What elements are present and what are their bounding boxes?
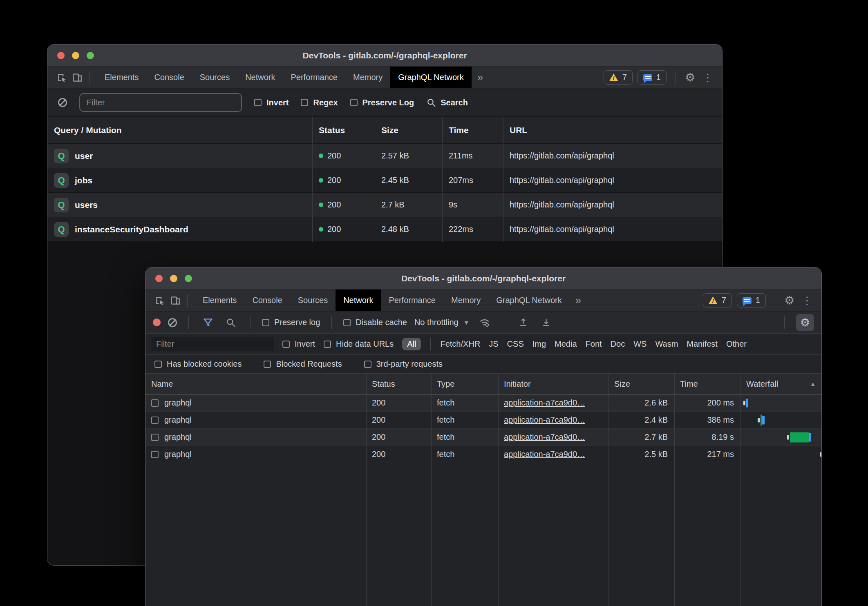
column-divider[interactable] — [674, 374, 675, 606]
warnings-badge[interactable]: 7 — [604, 70, 633, 85]
column-header-name[interactable]: Name — [145, 374, 366, 394]
inspect-element-icon[interactable] — [54, 70, 69, 85]
invert-checkbox[interactable]: Invert — [254, 98, 289, 107]
table-row[interactable]: Q instanceSecurityDashboard 200 2.48 kB … — [47, 217, 722, 242]
close-window-button[interactable] — [57, 52, 65, 59]
device-toolbar-icon[interactable] — [168, 293, 183, 308]
zoom-window-button[interactable] — [185, 275, 192, 282]
column-divider[interactable] — [608, 374, 609, 606]
column-divider[interactable] — [312, 117, 313, 242]
import-har-icon[interactable] — [516, 315, 531, 330]
tab-network[interactable]: Network — [237, 67, 283, 88]
export-har-icon[interactable] — [539, 315, 554, 330]
tab-graphql-network[interactable]: GraphQL Network — [488, 290, 569, 311]
close-window-button[interactable] — [155, 275, 163, 282]
initiator-link[interactable]: application-a7ca9d0… — [504, 415, 585, 425]
network-filter-input[interactable] — [151, 337, 274, 351]
hide-data-urls-checkbox[interactable]: Hide data URLs — [324, 339, 394, 349]
search-button[interactable]: Search — [426, 98, 468, 108]
row-checkbox[interactable] — [151, 451, 159, 458]
preserve-log-checkbox[interactable]: Preserve Log — [350, 98, 414, 107]
column-header-status[interactable]: Status — [366, 374, 431, 394]
filter-type-fetch-xhr[interactable]: Fetch/XHR — [440, 339, 480, 349]
third-party-requests-checkbox[interactable]: 3rd-party requests — [364, 359, 443, 369]
settings-gear-icon[interactable]: ⚙ — [685, 72, 695, 83]
disable-cache-checkbox[interactable]: Disable cache — [343, 318, 407, 327]
row-checkbox[interactable] — [151, 434, 159, 441]
issues-badge[interactable]: 1 — [638, 70, 667, 85]
filter-type-wasm[interactable]: Wasm — [655, 339, 678, 349]
tab-console[interactable]: Console — [146, 67, 192, 88]
filter-input[interactable] — [79, 93, 242, 112]
column-header-type[interactable]: Type — [431, 374, 498, 394]
column-header-time[interactable]: Time — [674, 374, 740, 394]
filter-type-media[interactable]: Media — [555, 339, 577, 349]
regex-checkbox[interactable]: Regex — [301, 98, 338, 107]
initiator-link[interactable]: application-a7ca9d0… — [504, 398, 585, 408]
tab-memory[interactable]: Memory — [443, 290, 488, 311]
clear-network-log-icon[interactable] — [168, 318, 177, 327]
filter-type-img[interactable]: Img — [532, 339, 546, 349]
column-header-initiator[interactable]: Initiator — [498, 374, 608, 394]
device-toolbar-icon[interactable] — [69, 70, 85, 85]
initiator-link[interactable]: application-a7ca9d0… — [504, 450, 585, 459]
table-row[interactable]: Q user 200 2.57 kB 211ms https://gitlab.… — [47, 144, 722, 168]
record-network-log-button[interactable] — [153, 319, 161, 326]
more-tabs-icon[interactable]: » — [472, 71, 489, 84]
issues-badge[interactable]: 1 — [737, 293, 766, 307]
network-conditions-icon[interactable] — [477, 315, 492, 330]
tab-console[interactable]: Console — [244, 290, 290, 311]
column-divider[interactable] — [442, 117, 443, 242]
table-row[interactable]: Q jobs 200 2.45 kB 207ms https://gitlab.… — [47, 168, 722, 193]
filter-type-other[interactable]: Other — [726, 339, 747, 349]
column-divider[interactable] — [366, 374, 367, 606]
invert-checkbox[interactable]: Invert — [282, 339, 315, 349]
tab-elements[interactable]: Elements — [97, 67, 146, 88]
row-checkbox[interactable] — [151, 399, 159, 407]
column-divider[interactable] — [375, 117, 375, 242]
filter-type-font[interactable]: Font — [586, 339, 602, 349]
more-tabs-icon[interactable]: » — [570, 294, 587, 307]
tab-performance[interactable]: Performance — [381, 290, 444, 311]
tab-performance[interactable]: Performance — [283, 67, 346, 88]
zoom-window-button[interactable] — [87, 52, 94, 59]
filter-type-all[interactable]: All — [402, 338, 421, 350]
row-checkbox[interactable] — [151, 417, 159, 424]
tab-sources[interactable]: Sources — [290, 290, 336, 311]
filter-type-ws[interactable]: WS — [633, 339, 647, 349]
throttling-select[interactable]: No throttling ▼ — [414, 318, 470, 327]
more-options-icon[interactable]: ⋮ — [799, 295, 815, 306]
warnings-badge[interactable]: 7 — [703, 293, 732, 307]
filter-type-doc[interactable]: Doc — [611, 339, 625, 349]
initiator-link[interactable]: application-a7ca9d0… — [504, 432, 585, 442]
inspect-element-icon[interactable] — [152, 293, 168, 308]
table-row[interactable]: graphql 200 fetch application-a7ca9d0… 2… — [145, 446, 821, 463]
tab-sources[interactable]: Sources — [192, 67, 237, 88]
table-row[interactable]: graphql 200 fetch application-a7ca9d0… 2… — [145, 429, 821, 446]
table-row[interactable]: Q users 200 2.7 kB 9s https://gitlab.com… — [47, 193, 722, 217]
column-header-waterfall[interactable]: Waterfall ▲ — [740, 374, 821, 394]
more-options-icon[interactable]: ⋮ — [700, 72, 716, 83]
column-divider[interactable] — [740, 374, 741, 606]
tab-graphql-network[interactable]: GraphQL Network — [390, 67, 471, 88]
tab-network[interactable]: Network — [336, 290, 381, 311]
tab-elements[interactable]: Elements — [195, 290, 244, 311]
network-settings-gear-icon[interactable]: ⚙ — [796, 314, 814, 331]
preserve-log-checkbox[interactable]: Preserve log — [262, 318, 320, 327]
minimize-window-button[interactable] — [170, 275, 177, 282]
column-header-size[interactable]: Size — [608, 374, 674, 394]
column-divider[interactable] — [503, 117, 503, 242]
minimize-window-button[interactable] — [72, 52, 79, 59]
filter-type-js[interactable]: JS — [489, 339, 498, 349]
filter-type-css[interactable]: CSS — [507, 339, 524, 349]
blocked-requests-checkbox[interactable]: Blocked Requests — [264, 359, 342, 369]
column-divider[interactable] — [431, 374, 432, 606]
table-row[interactable]: graphql 200 fetch application-a7ca9d0… 2… — [145, 394, 821, 412]
search-icon[interactable] — [223, 315, 239, 330]
filter-funnel-icon[interactable] — [200, 315, 216, 330]
tab-memory[interactable]: Memory — [345, 67, 390, 88]
settings-gear-icon[interactable]: ⚙ — [784, 295, 794, 306]
filter-type-manifest[interactable]: Manifest — [687, 339, 718, 349]
table-row[interactable]: graphql 200 fetch application-a7ca9d0… 2… — [145, 412, 821, 429]
clear-log-icon[interactable] — [58, 98, 67, 107]
